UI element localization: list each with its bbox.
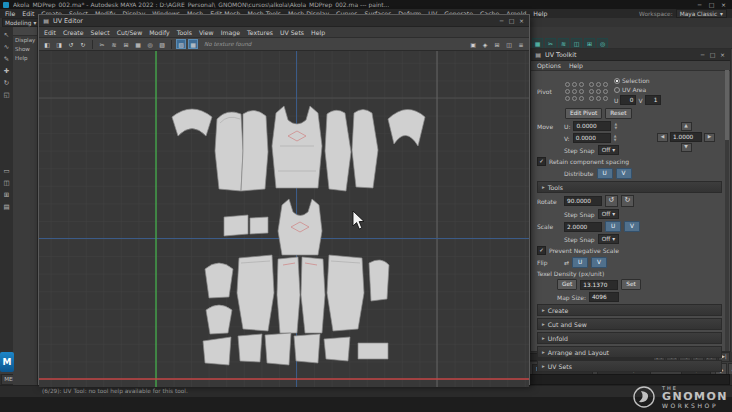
view-options-icon[interactable]: ≡ [516,39,526,49]
maximize-icon[interactable]: □ [507,17,516,25]
minimize-icon[interactable]: ─ [698,51,707,59]
move-v-field[interactable]: 0.0000 [573,133,611,143]
move-step-snap-dropdown[interactable]: Off▾ [598,145,619,155]
prevent-negative-scale-checkbox[interactable]: ✓ [537,246,546,255]
minimize-icon[interactable]: ─ [694,1,705,9]
maximize-icon[interactable]: □ [708,51,717,59]
rotate-angle-field[interactable]: 90.0000 [564,196,602,206]
outliner-menu-item[interactable]: Show [13,45,37,54]
rotate-ccw-icon[interactable]: ↺ [66,39,76,49]
close-icon[interactable]: × [517,17,526,25]
checker-map-icon[interactable]: ▦ [188,39,198,49]
move-tool-icon[interactable]: ✚ [2,66,12,76]
distortion-icon[interactable]: ▨ [157,39,167,49]
pivot-radio[interactable] [572,82,577,87]
pivot-radio[interactable] [565,96,570,101]
distribute-v-button[interactable]: V [616,168,632,179]
uv-editor-menu-item[interactable]: UV Sets [280,29,304,36]
toolkit-menu-item[interactable]: Help [569,62,583,69]
uv-editor-menu-item[interactable]: Modify [149,29,170,36]
uv-editor-menu-item[interactable]: Tools [177,29,192,36]
layout-four-pane-icon[interactable]: ⊞ [2,190,12,200]
map-size-field[interactable]: 4096 [589,292,619,302]
pivot-radio[interactable] [589,82,594,87]
toolkit-section-header[interactable]: ▸ UV Sets [537,360,722,372]
menu-item[interactable]: Edit [22,10,34,17]
toolkit-scrollbar[interactable] [725,70,729,351]
toolkit-menu-item[interactable]: Options [537,62,561,69]
layout-two-pane-icon[interactable]: ◫ [2,178,12,188]
rotate-ccw-icon[interactable]: ↺ [605,195,618,207]
uv-editor-menu-item[interactable]: Cut/Sew [117,29,143,36]
pivot-radio[interactable] [579,96,584,101]
image-ratio-icon[interactable]: ◈ [480,39,490,49]
workspace-selector[interactable]: Maya Classic ▾ [676,9,727,18]
uv-editor-menu-item[interactable]: Create [63,29,84,36]
nudge-distance-field[interactable]: 1.0000 [670,132,702,142]
close-icon[interactable]: × [718,1,729,9]
paint-select-icon[interactable]: ✎ [2,54,12,64]
nudge-left-icon[interactable]: ◀ [657,133,668,142]
pivot-radio[interactable] [589,96,594,101]
uv-editor-menu-item[interactable]: Textures [247,29,273,36]
rotate-step-snap-dropdown[interactable]: Off▾ [598,209,619,219]
pivot-v-field[interactable]: 1 [645,95,661,105]
rotate-cw-icon[interactable]: ↻ [78,39,88,49]
texel-set-button[interactable]: Set [621,279,641,290]
scale-value-field[interactable]: 2.0000 [564,222,602,232]
menu-set-selector[interactable]: Modeling ▾ [2,18,39,27]
outliner-menu-item[interactable]: Display [13,36,37,45]
toolkit-section-header[interactable]: ▸ Arrange and Layout [537,346,722,358]
scale-tool-icon[interactable]: ◱ [2,90,12,100]
edit-pivot-button[interactable]: Edit Pivot [565,108,602,119]
unfold-icon[interactable]: ⊞ [121,39,131,49]
maximize-icon[interactable]: □ [706,1,717,9]
layout-single-pane-icon[interactable]: ▭ [2,166,12,176]
nudge-up-icon[interactable]: ▲ [681,122,692,131]
pivot-radio[interactable] [565,82,570,87]
pivot-radio[interactable] [572,89,577,94]
distribute-u-button[interactable]: U [597,168,613,179]
toolkit-section-tools[interactable]: ▸ Tools [537,181,722,193]
reset-pivot-button[interactable]: Reset [605,108,631,119]
close-icon[interactable]: × [718,51,727,59]
pivot-selection-radio[interactable] [614,78,620,84]
cut-uv-icon[interactable]: ✂ [97,39,107,49]
pivot-radio[interactable] [596,89,601,94]
pivot-position-grid[interactable] [564,81,585,102]
scale-u-button[interactable]: U [605,221,621,232]
menu-item[interactable]: Help [533,10,547,17]
layout-outliner-persp-icon[interactable]: ▤ [2,202,12,212]
flip-u-icon[interactable]: ◧ [42,39,52,49]
pixel-snap-icon[interactable]: ◫ [504,39,514,49]
uv-editor-menu-item[interactable]: View [199,29,214,36]
pivot-radio[interactable] [565,89,570,94]
texel-get-button[interactable]: Get [557,279,577,290]
pivot-radio[interactable] [596,96,601,101]
pivot-radio[interactable] [579,89,584,94]
toolkit-section-header[interactable]: ▸ Cut and Sew [537,318,722,330]
uv-canvas[interactable] [39,51,529,387]
outliner-menu-item[interactable]: Help [13,54,37,63]
pivot-radio[interactable] [579,82,584,87]
uv-toolkit-titlebar[interactable]: ▤ UV Toolkit ─ □ × [531,49,730,61]
pivot-position-grid-2[interactable] [588,81,609,102]
nudge-down-icon[interactable]: ▼ [681,143,692,152]
lasso-select-icon[interactable]: ∿ [2,42,12,52]
uv-editor-menu-item[interactable]: Image [221,29,240,36]
sew-uv-icon[interactable]: ≋ [109,39,119,49]
pivot-radio[interactable] [589,89,594,94]
isolate-select-icon[interactable]: ◎ [145,39,155,49]
spinner-icon[interactable]: ▲▼ [614,134,617,142]
minimize-icon[interactable]: ─ [497,17,506,25]
uv-editor-titlebar[interactable]: ▤ UV Editor ─ □ × [39,15,529,27]
uv-shading-icon[interactable]: ▧ [176,39,186,49]
flip-u-button[interactable]: U [572,257,588,268]
image-display-icon[interactable]: ▣ [468,39,478,49]
toolkit-section-header[interactable]: ▸ Create [537,304,722,316]
select-tool-icon[interactable]: ↖ [2,30,12,40]
pivot-uvarea-radio[interactable] [614,87,620,93]
spinner-icon[interactable]: ▲▼ [614,122,617,130]
pivot-radio[interactable] [603,96,608,101]
pivot-radio[interactable] [603,82,608,87]
